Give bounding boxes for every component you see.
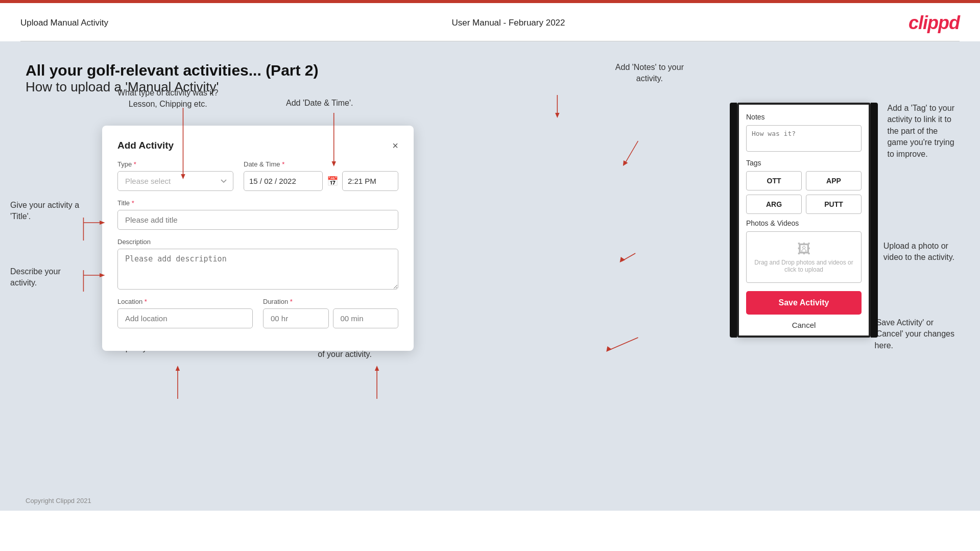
- location-field-group: Location *: [117, 298, 253, 328]
- tag-arg[interactable]: ARG: [746, 195, 802, 214]
- type-select[interactable]: Please select: [117, 171, 233, 191]
- description-textarea[interactable]: [117, 249, 398, 290]
- time-input[interactable]: [342, 171, 398, 191]
- add-activity-modal: Add Activity × Type * Please select Date…: [102, 126, 414, 351]
- datetime-label: Date & Time *: [244, 160, 398, 168]
- callout-tag: Add a 'Tag' to your activity to link it …: [887, 103, 954, 160]
- svg-marker-16: [375, 366, 379, 371]
- tag-ott[interactable]: OTT: [746, 171, 802, 190]
- svg-line-19: [625, 141, 638, 164]
- title-input[interactable]: [117, 210, 398, 230]
- svg-marker-24: [606, 346, 612, 352]
- modal-close-button[interactable]: ×: [392, 140, 398, 151]
- description-field-group: Description: [117, 238, 398, 290]
- photo-icon: 🖼: [752, 241, 856, 257]
- tags-grid: OTT APP ARG PUTT: [746, 171, 862, 214]
- photos-dropzone[interactable]: 🖼 Drag and Drop photos and videos or cli…: [746, 231, 862, 283]
- type-datetime-row: Type * Please select Date & Time * 📅: [117, 160, 398, 191]
- modal-header: Add Activity ×: [117, 140, 398, 151]
- header: Upload Manual Activity User Manual - Feb…: [0, 3, 980, 41]
- notes-label: Notes: [746, 113, 862, 121]
- tags-section: Tags OTT APP ARG PUTT: [739, 159, 869, 219]
- calendar-icon[interactable]: 📅: [327, 176, 338, 187]
- date-input[interactable]: [244, 171, 323, 191]
- location-input[interactable]: [117, 308, 253, 328]
- callout-desc: Describe your activity.: [10, 266, 61, 289]
- phone-wrapper: Notes Tags OTT APP ARG PUTT Photos: [730, 103, 878, 338]
- type-label: Type *: [117, 160, 233, 168]
- svg-marker-13: [176, 366, 180, 371]
- svg-marker-20: [623, 160, 628, 166]
- callout-datetime: Add 'Date & Time'.: [286, 98, 353, 109]
- tag-putt[interactable]: PUTT: [806, 195, 862, 214]
- photos-drop-text: Drag and Drop photos and videos or click…: [752, 259, 856, 273]
- duration-min-input[interactable]: [333, 308, 399, 328]
- phone-left-bar: [730, 103, 737, 338]
- date-time-inputs: 📅: [244, 171, 398, 191]
- duration-inputs: [263, 308, 398, 328]
- svg-line-21: [622, 253, 635, 261]
- callout-save: 'Save Activity' or 'Cancel' your changes…: [875, 317, 954, 351]
- photos-section: Photos & Videos 🖼 Drag and Drop photos a…: [739, 219, 869, 288]
- title-field-group: Title *: [117, 199, 398, 230]
- page-title-bold: All your golf-relevant activities... (Pa…: [26, 62, 954, 79]
- phone-right-bar: [871, 103, 878, 338]
- callout-photo: Upload a photo or video to the activity.: [883, 241, 954, 263]
- phone-panel: Notes Tags OTT APP ARG PUTT Photos: [730, 103, 878, 338]
- callout-notes: Add 'Notes' to your activity.: [615, 62, 684, 85]
- copyright: Copyright Clippd 2021: [26, 497, 91, 505]
- type-field-group: Type * Please select: [117, 160, 233, 191]
- tag-app[interactable]: APP: [806, 171, 862, 190]
- datetime-field-group: Date & Time * 📅: [244, 160, 398, 191]
- phone-screen: Notes Tags OTT APP ARG PUTT Photos: [737, 103, 871, 338]
- location-label: Location *: [117, 298, 253, 305]
- clippd-logo: clippd: [909, 12, 960, 34]
- tags-label: Tags: [746, 159, 862, 167]
- notes-textarea[interactable]: [746, 125, 862, 152]
- cancel-link[interactable]: Cancel: [739, 317, 869, 336]
- svg-line-23: [608, 338, 638, 350]
- svg-marker-22: [620, 257, 626, 262]
- svg-marker-18: [555, 113, 559, 118]
- description-label: Description: [117, 238, 398, 246]
- location-duration-row: Location * Duration *: [117, 298, 398, 328]
- photos-label: Photos & Videos: [746, 219, 862, 227]
- duration-label: Duration *: [263, 298, 398, 305]
- main-content: All your golf-relevant activities... (Pa…: [0, 41, 980, 491]
- modal-title: Add Activity: [117, 140, 174, 151]
- page-section-label: Upload Manual Activity: [20, 18, 108, 28]
- save-activity-button[interactable]: Save Activity: [746, 291, 862, 315]
- document-title: User Manual - February 2022: [451, 18, 565, 28]
- title-label: Title *: [117, 199, 398, 207]
- duration-hr-input[interactable]: [263, 308, 329, 328]
- callout-type: What type of activity was it? Lesson, Ch…: [117, 87, 218, 110]
- phone-outer: Notes Tags OTT APP ARG PUTT Photos: [730, 103, 878, 338]
- callout-title: Give your activity a 'Title'.: [10, 200, 79, 223]
- footer: Copyright Clippd 2021: [0, 491, 980, 511]
- notes-section: Notes: [739, 105, 869, 159]
- duration-field-group: Duration *: [263, 298, 398, 328]
